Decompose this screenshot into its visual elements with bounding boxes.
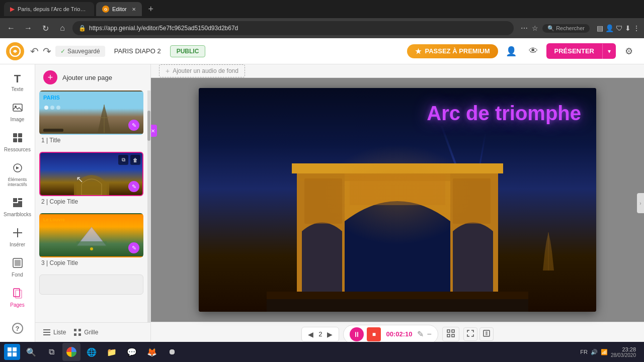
taskbar-firefox[interactable]: 🦊 bbox=[143, 343, 161, 361]
page-item-3[interactable]: Le Louvre ✎ 3 | Copie Title bbox=[39, 213, 143, 266]
tool-inserer[interactable]: Insérer bbox=[3, 223, 33, 251]
page-item-4[interactable] bbox=[39, 275, 143, 295]
tools-sidebar: T Texte Image Ressources Éléments intera… bbox=[0, 64, 35, 342]
tool-elements-interactifs[interactable]: Éléments interactifs bbox=[3, 158, 33, 191]
page-1-edit-icon[interactable]: ✎ bbox=[128, 120, 139, 131]
taskbar-edge[interactable]: 🌐 bbox=[83, 343, 101, 361]
add-page-button[interactable]: + bbox=[43, 70, 57, 84]
bookmark-icon[interactable]: ☆ bbox=[532, 24, 538, 33]
grid-icon bbox=[74, 329, 81, 336]
taskbar-task-view[interactable]: ⧉ bbox=[42, 343, 60, 361]
paris-thumb-label: PARIS bbox=[43, 95, 60, 101]
download-icon[interactable]: ⬇ bbox=[625, 24, 631, 32]
svg-rect-45 bbox=[452, 330, 454, 332]
profile-icon[interactable]: 👤 bbox=[605, 24, 614, 32]
tool-smartblocks[interactable]: Smartblocks bbox=[3, 193, 33, 221]
page-2-delete-button[interactable]: 🗑 bbox=[130, 155, 140, 165]
lang-indicator[interactable]: FR bbox=[580, 349, 588, 355]
search-icon[interactable]: 🔍 Rechercher bbox=[542, 24, 590, 33]
shield-icon[interactable]: 🛡 bbox=[616, 24, 623, 32]
forward-button[interactable]: → bbox=[21, 21, 35, 35]
back-button[interactable]: ← bbox=[4, 21, 18, 35]
stop-button[interactable]: ■ bbox=[367, 327, 381, 341]
help-button[interactable]: ? bbox=[3, 319, 33, 338]
pause-button[interactable]: ⏸ bbox=[350, 327, 364, 341]
present-button[interactable]: PRÉSENTER ▾ bbox=[546, 43, 616, 59]
right-panel-toggle[interactable]: › bbox=[637, 193, 644, 213]
svg-rect-22 bbox=[76, 241, 107, 246]
page-2-edit-icon[interactable]: ✎ bbox=[128, 181, 139, 192]
next-page-button[interactable]: ▶ bbox=[326, 329, 334, 339]
tool-fond[interactable]: Fond bbox=[3, 253, 33, 282]
present-dropdown-arrow[interactable]: ▾ bbox=[602, 44, 616, 59]
canvas-wrapper[interactable]: Arc de triomphe bbox=[151, 78, 644, 322]
page-item-1[interactable]: PARIS ✎ 1 | Title bbox=[39, 90, 143, 144]
redo-button[interactable]: ↷ bbox=[43, 45, 51, 57]
collapse-icon: ✕ bbox=[151, 128, 155, 134]
taskbar-files[interactable]: 📁 bbox=[103, 343, 121, 361]
panel-collapse-button[interactable]: ✕ bbox=[151, 125, 157, 137]
taskbar-obs[interactable]: ⏺ bbox=[163, 343, 181, 361]
page-item-2[interactable]: ⧉ 🗑 ↖ ✎ 2 | Copie Title bbox=[39, 152, 143, 205]
page-thumb-4[interactable] bbox=[39, 275, 143, 295]
split-screen-button[interactable] bbox=[479, 327, 494, 341]
url-bar[interactable]: 🔒 https://app.genial.ly/editor/5e7fc9625… bbox=[72, 21, 514, 35]
refresh-button[interactable]: ↻ bbox=[38, 21, 52, 35]
tool-image[interactable]: Image bbox=[3, 98, 33, 126]
extensions-icon[interactable]: ⋯ bbox=[521, 24, 528, 33]
start-button[interactable] bbox=[4, 344, 20, 360]
premium-button[interactable]: ★ PASSEZ À PREMIUM bbox=[407, 44, 498, 58]
home-button[interactable]: ⌂ bbox=[55, 21, 69, 35]
project-name[interactable]: PARIS DIAPO 2 bbox=[109, 45, 166, 57]
page-thumb-2[interactable]: ⧉ 🗑 ↖ ✎ bbox=[39, 152, 143, 196]
list-view-button[interactable]: Liste bbox=[43, 327, 66, 338]
pages-list: PARIS ✎ 1 | Title bbox=[35, 90, 147, 322]
nav-extra-buttons: ⋯ ☆ 🔍 Rechercher bbox=[517, 24, 594, 33]
page-thumb-3[interactable]: Le Louvre ✎ bbox=[39, 213, 143, 257]
settings-gear-icon[interactable]: ⚙ bbox=[620, 42, 638, 60]
fullscreen-button[interactable] bbox=[463, 327, 477, 341]
page-2-actions[interactable]: ⧉ 🗑 bbox=[118, 155, 140, 165]
svg-rect-15 bbox=[15, 260, 21, 266]
settings-icon[interactable]: ⋮ bbox=[633, 24, 640, 32]
svg-rect-10 bbox=[18, 201, 22, 203]
fit-button[interactable] bbox=[442, 327, 459, 341]
grid-view-button[interactable]: Grille bbox=[74, 327, 98, 338]
taskbar-discord[interactable]: 💬 bbox=[123, 343, 141, 361]
page-3-label: 3 | Copie Title bbox=[39, 259, 143, 266]
pages-scroll-thumb[interactable] bbox=[147, 111, 150, 141]
sidebar-icon[interactable]: ▤ bbox=[597, 24, 603, 32]
account-icon[interactable]: 👤 bbox=[502, 42, 520, 60]
time-label: 23:28 bbox=[622, 346, 636, 352]
edit-pencil-icon[interactable]: ✎ bbox=[417, 329, 424, 339]
add-audio-button[interactable]: + Ajouter un audio de fond bbox=[159, 64, 245, 77]
public-badge[interactable]: PUBLIC bbox=[170, 45, 206, 57]
page-3-edit-icon[interactable]: ✎ bbox=[128, 242, 139, 253]
clock[interactable]: 23:28 28/03/2020 bbox=[611, 346, 636, 358]
tool-texte[interactable]: T Texte bbox=[3, 68, 33, 96]
page-thumb-1[interactable]: PARIS ✎ bbox=[39, 90, 143, 135]
tool-ressources[interactable]: Ressources bbox=[3, 128, 33, 156]
taskbar-chrome[interactable] bbox=[62, 343, 80, 361]
undo-button[interactable]: ↶ bbox=[30, 45, 39, 57]
tool-pages[interactable]: Pages bbox=[3, 284, 33, 312]
prev-page-button[interactable]: ◀ bbox=[307, 329, 314, 339]
taskbar-search[interactable]: 🔍 bbox=[22, 343, 40, 361]
slide-canvas[interactable]: Arc de triomphe bbox=[199, 88, 596, 312]
network-icon[interactable]: 📶 bbox=[601, 349, 608, 355]
check-icon: ✓ bbox=[60, 48, 65, 55]
add-page-header[interactable]: + Ajouter une page bbox=[35, 64, 150, 90]
tab-close-button[interactable]: ✕ bbox=[132, 7, 136, 12]
minus-zoom-icon[interactable]: − bbox=[427, 330, 431, 339]
eiffel-bg-icon bbox=[541, 231, 556, 272]
svg-rect-6 bbox=[18, 138, 22, 142]
sound-icon[interactable]: 🔊 bbox=[591, 349, 598, 355]
preview-icon[interactable]: 👁 bbox=[524, 42, 542, 60]
new-tab-button[interactable]: + bbox=[144, 2, 158, 16]
svg-rect-51 bbox=[13, 347, 17, 351]
pages-scrollbar[interactable] bbox=[147, 90, 150, 322]
screen-mode-buttons bbox=[463, 327, 494, 341]
page-2-copy-button[interactable]: ⧉ bbox=[118, 155, 128, 165]
tab-editor[interactable]: G Editor ✕ bbox=[96, 2, 142, 16]
tab-paris[interactable]: ▶ Paris, depuis l'Arc de Triomph... bbox=[4, 2, 94, 16]
